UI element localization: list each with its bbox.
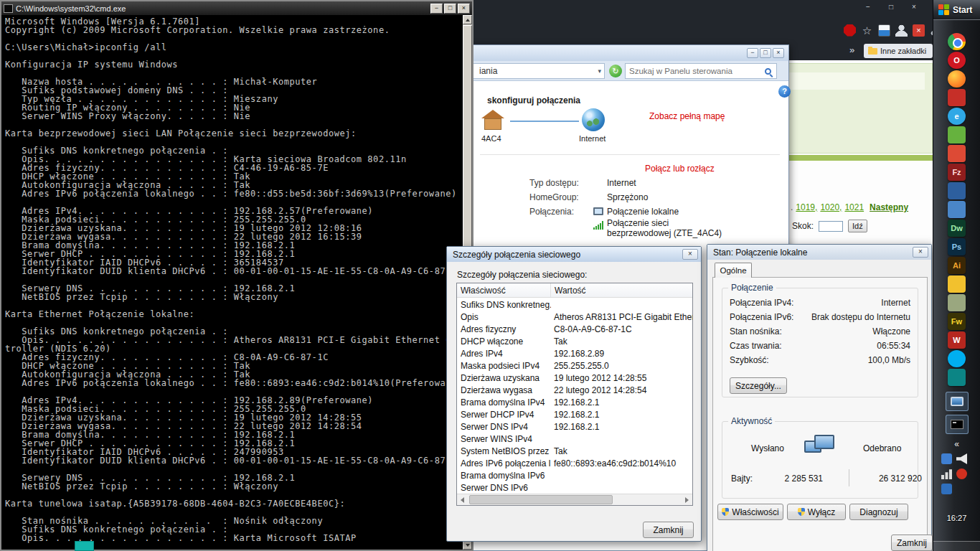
green-app-icon[interactable] [948, 126, 966, 143]
wifi-connection-link-line2[interactable]: bezprzewodowej (ZTE_4AC4) [607, 228, 722, 238]
red-app-2-icon[interactable] [948, 145, 966, 162]
bookmarks-overflow-chevron[interactable]: » [849, 44, 854, 55]
table-row[interactable]: System NetBIOS przez T... Tak [457, 445, 692, 457]
illustrator-icon[interactable]: Ai [948, 257, 966, 274]
table-row[interactable]: Serwer DNS IPv6 [457, 481, 692, 493]
extension-red-icon[interactable]: × [913, 24, 925, 37]
homegroup-status-link[interactable]: Sprzężono [607, 192, 648, 202]
jump-page-input[interactable] [819, 221, 843, 232]
photoshop-icon[interactable]: Ps [948, 238, 966, 255]
details-button[interactable]: Szczegóły... [730, 377, 787, 394]
table-row[interactable]: Adres IPv4 192.168.2.89 [457, 347, 692, 359]
cmd-maximize-button[interactable]: □ [444, 4, 456, 14]
cmd-titlebar[interactable]: C:\Windows\system32\cmd.exe − □ × [1, 1, 472, 15]
table-row[interactable]: Maska podsieci IPv4 255.255.255.0 [457, 359, 692, 372]
table-row[interactable]: Serwer WINS IPv4 [457, 433, 692, 445]
browser-close-button[interactable]: × [907, 2, 921, 11]
other-bookmarks-button[interactable]: Inne zakładki [864, 44, 933, 58]
cmd-close-button[interactable]: × [458, 4, 470, 14]
browser-maximize-button[interactable]: □ [884, 2, 898, 11]
table-row[interactable]: Adres IPv6 połączenia l... fe80::6893:ea… [457, 457, 692, 469]
see-full-map-link[interactable]: Zobacz pełną mapę [649, 111, 725, 121]
address-breadcrumb[interactable]: iania ▾ [460, 63, 605, 79]
tray-antivirus-icon[interactable] [956, 468, 967, 479]
list-header[interactable]: Właściwość Wartość [457, 283, 692, 298]
fireworks-icon[interactable]: Fw [948, 313, 966, 330]
show-hidden-icons-chevron[interactable]: « [933, 439, 980, 449]
tray-update-icon[interactable] [941, 453, 952, 464]
show-desktop-button[interactable] [933, 541, 980, 551]
red-app-icon[interactable] [948, 89, 966, 106]
tab-general[interactable]: Ogólne [715, 263, 752, 278]
properties-button[interactable]: Właściwości [717, 504, 783, 520]
dialog-titlebar[interactable]: Stan: Połączenie lokalne × [707, 245, 931, 260]
horizontal-scrollbar[interactable] [457, 494, 692, 505]
taskbar-clock[interactable]: 16:27 [933, 514, 980, 522]
browser-minimize-button[interactable]: − [861, 2, 875, 11]
column-header-value[interactable]: Wartość [551, 283, 692, 297]
filezilla-icon[interactable]: Fz [948, 164, 966, 181]
next-page-link[interactable]: Następny [870, 202, 908, 212]
tray-volume-icon[interactable] [956, 453, 967, 464]
firefox-icon[interactable] [948, 70, 966, 88]
scroll-right-arrow[interactable] [681, 494, 692, 505]
olive-app-icon[interactable] [948, 294, 966, 311]
taskbar-open-window-display[interactable] [946, 392, 969, 411]
lan-connection-link[interactable]: Połączenie lokalne [607, 207, 679, 217]
refresh-icon[interactable]: ↻ [609, 65, 622, 77]
network-node-icon[interactable] [481, 110, 504, 130]
opera-icon[interactable]: O [948, 52, 966, 69]
column-header-property[interactable]: Właściwość [457, 283, 551, 297]
go-button[interactable]: Idź [848, 220, 867, 232]
table-row[interactable]: Brama domyślna IPv6 [457, 469, 692, 481]
yellow-app-icon[interactable] [948, 276, 966, 293]
maximize-button[interactable]: □ [760, 48, 771, 58]
table-row[interactable]: Dzierżawa wygasa 22 lutego 2012 14:28:54 [457, 384, 692, 396]
wifi-connection-link-line1[interactable]: Połączenie sieci [607, 218, 669, 228]
dialog-titlebar[interactable]: Szczegóły połączenia sieciowego × [447, 247, 701, 262]
cmd-minimize-button[interactable]: − [430, 4, 443, 14]
chrome-icon[interactable] [948, 33, 966, 50]
skype-icon[interactable] [948, 350, 966, 367]
page-link[interactable]: 1020, [820, 202, 842, 212]
taskbar-open-window-cmd[interactable] [946, 415, 969, 434]
bookmark-star-icon[interactable]: ☆ [861, 24, 873, 37]
page-link[interactable]: 1019, [796, 202, 817, 212]
blue-app-icon[interactable] [948, 182, 966, 199]
internet-explorer-icon[interactable]: e [948, 108, 966, 125]
table-row[interactable]: Brama domyślna IPv4 192.168.2.1 [457, 396, 692, 408]
breadcrumb-dropdown-icon[interactable]: ▾ [598, 67, 604, 75]
tray-network-icon[interactable] [941, 468, 952, 479]
control-panel-search-input[interactable]: Szukaj w Panelu sterowania [625, 63, 777, 79]
dialog-close-button[interactable]: × [682, 249, 698, 260]
tray-app-icon[interactable] [941, 484, 952, 494]
dreamweaver-icon[interactable]: Dw [948, 220, 966, 237]
details-close-button[interactable]: Zamknij [643, 522, 694, 538]
hscrollbar-thumb[interactable] [469, 495, 613, 504]
table-row[interactable]: Serwer DHCP IPv4 192.168.2.1 [457, 408, 692, 420]
adblock-plus-icon[interactable] [844, 24, 856, 37]
dialog-close-button[interactable]: × [913, 247, 928, 258]
table-row[interactable]: Adres fizyczny C8-0A-A9-C6-87-1C [457, 323, 692, 335]
table-row[interactable]: Sufiks DNS konkretneg... [457, 298, 692, 311]
disable-button[interactable]: Wyłącz [787, 504, 846, 520]
minimize-button[interactable]: − [747, 48, 758, 58]
table-row[interactable]: Opis Atheros AR8131 PCI-E Gigabit Ethern… [457, 311, 692, 323]
teal-app-icon[interactable] [948, 369, 966, 386]
scroll-left-arrow[interactable] [457, 494, 468, 505]
page-link[interactable]: 1021 [844, 202, 864, 212]
word-red-icon[interactable]: W [948, 331, 966, 349]
blue-app-2-icon[interactable] [948, 201, 966, 218]
scroll-up-arrow[interactable] [463, 15, 472, 24]
table-row[interactable]: DHCP włączone Tak [457, 335, 692, 347]
start-button[interactable]: Start [933, 0, 980, 20]
status-close-button[interactable]: Zamknij [891, 534, 933, 551]
diagnose-button[interactable]: Diagnozuj [849, 504, 908, 520]
table-row[interactable]: Serwer DNS IPv4 192.168.2.1 [457, 420, 692, 433]
screenshot-extension-icon[interactable] [878, 24, 890, 37]
connect-disconnect-link[interactable]: Połącz lub rozłącz [645, 164, 715, 174]
profile-icon[interactable] [895, 24, 908, 37]
close-button[interactable]: × [773, 48, 784, 58]
window-titlebar[interactable]: − □ × [430, 45, 788, 61]
help-icon[interactable]: ? [778, 85, 791, 98]
